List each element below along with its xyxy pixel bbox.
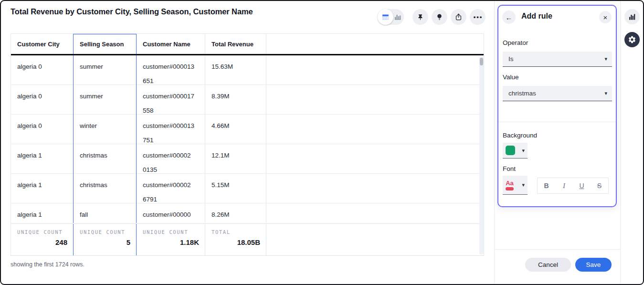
cell-customer-city[interactable]: algeria 1 (11, 144, 73, 177)
pin-button[interactable] (412, 9, 428, 25)
cell-selling-season[interactable]: christmas (73, 144, 137, 177)
cell-empty (266, 85, 484, 118)
summary-label: UNIQUE COUNT (143, 229, 199, 235)
bar-chart-icon (628, 13, 636, 21)
cell-total-revenue[interactable]: 4.66M (205, 115, 266, 148)
cell-customer-city[interactable]: algeria 1 (11, 203, 73, 223)
summary-value: 5 (80, 238, 130, 246)
summary-empty (266, 224, 484, 255)
table-row: algeria 1 christmas customer#000020135 1… (11, 144, 484, 174)
cell-selling-season[interactable]: summer (73, 85, 137, 118)
column-header-customer-city[interactable]: Customer City (11, 34, 73, 54)
customer-name-line2: 751 (143, 137, 154, 144)
background-label: Background (503, 132, 537, 139)
value-select[interactable]: christmas ▾ (503, 86, 612, 101)
summary-selling-season: UNIQUE COUNT 5 (73, 224, 137, 255)
table-header-row: Customer City Selling Season Customer Na… (11, 34, 484, 55)
table-view-button[interactable] (378, 9, 393, 25)
cell-customer-name[interactable]: customer#000017558 (137, 85, 205, 118)
cell-total-revenue[interactable]: 12.1M (205, 144, 266, 177)
chevron-down-icon: ▾ (522, 182, 525, 188)
save-button[interactable]: Save (575, 258, 612, 272)
bold-button[interactable]: B (538, 178, 555, 193)
back-button[interactable]: ← (502, 11, 516, 24)
cell-customer-city[interactable]: algeria 0 (11, 55, 73, 88)
operator-value: Is (508, 55, 604, 63)
add-rule-panel: ← Add rule × Operator Is ▾ Value christm… (497, 5, 617, 207)
customer-name-line2: 6791 (143, 196, 157, 203)
font-label: Font (503, 165, 516, 172)
font-color-swatch: Aa (506, 180, 514, 190)
operator-select[interactable]: Is ▾ (503, 52, 612, 67)
ellipsis-icon: ••• (473, 14, 483, 20)
cell-total-revenue[interactable]: 5.15M (205, 174, 266, 207)
cell-customer-name[interactable]: customer#000013651 (137, 55, 205, 88)
italic-button[interactable]: I (555, 178, 573, 193)
rail-divider (620, 1, 621, 284)
cell-total-revenue[interactable]: 15.63M (205, 55, 266, 88)
gear-icon (628, 35, 636, 44)
column-header-total-revenue[interactable]: Total Revenue (205, 34, 266, 54)
cell-customer-city[interactable]: algeria 1 (11, 174, 73, 207)
panel-divider (498, 122, 616, 122)
insight-button[interactable] (432, 9, 447, 25)
customer-name-line1: customer#000013 (143, 63, 194, 70)
cancel-button[interactable]: Cancel (525, 258, 571, 272)
summary-customer-name: UNIQUE COUNT 1.18K (137, 224, 205, 255)
rail-chart-button[interactable] (624, 9, 640, 24)
cell-customer-name[interactable]: customer#000020135 (137, 144, 205, 177)
view-toggle[interactable] (378, 9, 404, 25)
customer-name-line2: 558 (143, 107, 154, 114)
cell-selling-season[interactable]: christmas (73, 174, 137, 207)
summary-label: UNIQUE COUNT (80, 229, 130, 235)
settings-button[interactable] (624, 32, 640, 47)
chart-view-button[interactable] (392, 9, 403, 25)
more-button[interactable]: ••• (470, 9, 486, 25)
chevron-down-icon: ▾ (522, 148, 525, 154)
customer-name-line1: customer#000013 (143, 122, 194, 129)
cell-selling-season[interactable]: fall (73, 203, 137, 223)
cell-selling-season[interactable]: winter (73, 115, 137, 148)
close-button[interactable]: × (599, 11, 612, 23)
customer-name-line2: 651 (143, 77, 154, 84)
scrollbar-thumb[interactable] (480, 58, 483, 65)
underline-button[interactable]: U (573, 178, 591, 193)
column-header-customer-name[interactable]: Customer Name (137, 34, 205, 54)
font-preview-text: Aa (506, 180, 514, 187)
cell-empty (266, 55, 484, 88)
bar-chart-icon (394, 13, 401, 21)
sidebar-left-divider (494, 1, 495, 284)
summary-label: TOTAL (211, 229, 260, 235)
cell-total-revenue[interactable]: 8.26M (205, 203, 266, 223)
cell-customer-city[interactable]: algeria 0 (11, 85, 73, 118)
font-color-select[interactable]: Aa ▾ (503, 176, 528, 195)
cell-customer-name[interactable]: customer#000026791 (137, 174, 205, 207)
cell-empty (266, 203, 484, 223)
summary-value: 18.05B (211, 238, 260, 246)
lightbulb-icon (435, 13, 443, 21)
share-icon (454, 13, 463, 21)
column-header-selling-season[interactable]: Selling Season (73, 34, 137, 54)
table-scrollbar[interactable] (479, 57, 484, 254)
value-value: christmas (508, 90, 604, 97)
table-row: algeria 1 fall customer#00000 8.26M (11, 203, 484, 223)
table-row: algeria 0 winter customer#000013751 4.66… (11, 115, 484, 144)
cell-customer-name[interactable]: customer#00000 (137, 203, 205, 223)
cell-customer-name[interactable]: customer#000013751 (137, 115, 205, 148)
summary-label: UNIQUE COUNT (17, 229, 67, 235)
cell-selling-season[interactable]: summer (73, 55, 137, 88)
panel-title: Add rule (521, 12, 552, 21)
customer-name-line1: customer#00002 (143, 152, 191, 159)
cell-customer-city[interactable]: algeria 0 (11, 115, 73, 148)
share-button[interactable] (451, 9, 466, 25)
strikethrough-button[interactable]: S (591, 178, 608, 193)
background-color-select[interactable]: ▾ (503, 143, 528, 158)
column-header-empty (266, 34, 484, 54)
table-view-icon (381, 13, 390, 21)
customer-name-line1: customer#00000 (143, 211, 191, 218)
summary-value: 1.18K (143, 238, 199, 246)
cell-total-revenue[interactable]: 8.39M (205, 85, 266, 118)
customer-name-line2: 0135 (143, 166, 157, 173)
chevron-down-icon: ▾ (604, 56, 607, 62)
cell-empty (266, 115, 484, 148)
